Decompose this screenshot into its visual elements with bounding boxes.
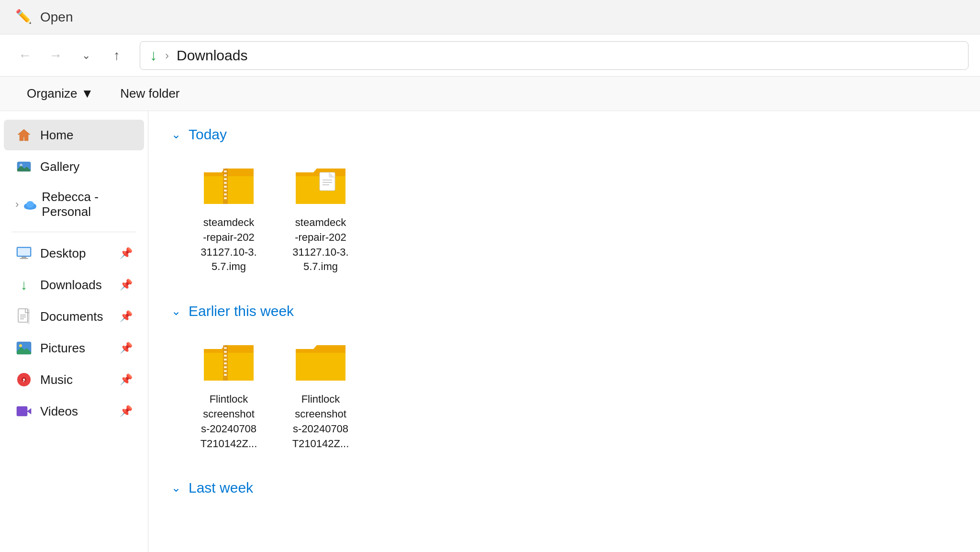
svg-rect-33 <box>224 186 227 188</box>
section-chevron-today: ⌄ <box>171 128 181 141</box>
plain-folder-icon-1 <box>292 338 349 386</box>
pin-icon-pictures: 📌 <box>120 342 133 354</box>
svg-rect-11 <box>27 309 30 324</box>
svg-rect-53 <box>224 366 227 368</box>
section-chevron-earlier: ⌄ <box>171 304 181 318</box>
desktop-icon <box>15 245 33 262</box>
section-header-lastweek[interactable]: ⌄ Last week <box>171 480 957 496</box>
svg-rect-55 <box>224 374 227 376</box>
home-icon <box>15 126 33 144</box>
section-title-lastweek: Last week <box>189 480 253 496</box>
sidebar-divider <box>11 232 136 232</box>
svg-rect-50 <box>224 355 227 357</box>
sidebar-item-videos[interactable]: Videos 📌 <box>4 396 144 427</box>
sidebar-item-music[interactable]: ♪ Music 📌 <box>4 364 144 395</box>
title-bar-text: Open <box>40 10 73 25</box>
address-path: Downloads <box>177 47 247 64</box>
section-title-today: Today <box>189 126 227 143</box>
file-item-steamdeck-folder[interactable]: steamdeck-repair-20231127.10-3.5.7.img <box>282 156 359 280</box>
file-item-flintlock-zip[interactable]: Flintlockscreenshots-20240708T210142Z... <box>190 333 267 457</box>
svg-rect-44 <box>224 351 227 353</box>
sidebar-item-music-label: Music <box>40 372 73 387</box>
dropdown-button[interactable]: ⌄ <box>73 42 100 69</box>
back-button[interactable]: ← <box>11 42 38 69</box>
app-icon: ✏️ <box>15 9 33 26</box>
sidebar-item-gallery-label: Gallery <box>40 159 79 174</box>
svg-rect-7 <box>18 248 30 256</box>
music-icon: ♪ <box>15 371 33 388</box>
pin-icon-desktop: 📌 <box>120 247 133 259</box>
svg-rect-25 <box>224 174 227 176</box>
pin-icon-music: 📌 <box>120 373 133 386</box>
svg-text:♪: ♪ <box>22 376 26 383</box>
organize-dropdown-icon: ▼ <box>81 86 94 101</box>
sidebar-item-pictures-label: Pictures <box>40 341 85 356</box>
downloads-icon: ↓ <box>150 46 157 64</box>
content-area: ⌄ Today <box>148 111 980 552</box>
svg-rect-51 <box>224 359 227 360</box>
videos-icon <box>15 403 33 420</box>
svg-rect-9 <box>20 258 28 259</box>
pictures-icon <box>15 339 33 357</box>
folder-with-file-icon-1 <box>292 162 349 210</box>
cloud-icon <box>22 196 38 213</box>
file-name-steamdeck-zip: steamdeck-repair-20231127.10-3.5.7.img <box>200 215 256 274</box>
svg-marker-22 <box>27 408 31 414</box>
sidebar-item-rebecca-label: Rebecca - Personal <box>42 190 133 219</box>
svg-rect-31 <box>224 178 227 180</box>
sidebar-item-rebecca[interactable]: › Rebecca - Personal <box>4 183 144 226</box>
svg-rect-21 <box>17 406 27 416</box>
svg-rect-32 <box>224 182 227 184</box>
svg-rect-43 <box>224 347 227 349</box>
svg-rect-35 <box>224 193 227 195</box>
sidebar-item-home-label: Home <box>40 128 73 143</box>
earlier-files-grid: Flintlockscreenshots-20240708T210142Z...… <box>171 333 957 457</box>
section-chevron-lastweek: ⌄ <box>171 481 181 495</box>
documents-icon <box>15 308 33 325</box>
svg-rect-10 <box>18 309 28 322</box>
sidebar-item-gallery[interactable]: Gallery <box>4 151 144 182</box>
organize-button[interactable]: Organize ▼ <box>15 81 105 106</box>
file-item-flintlock-folder[interactable]: Flintlockscreenshots-20240708T210142Z... <box>282 333 359 457</box>
zip-folder-icon-2 <box>200 338 257 386</box>
svg-rect-34 <box>224 190 227 192</box>
svg-rect-52 <box>224 362 227 364</box>
section-header-today[interactable]: ⌄ Today <box>171 126 957 143</box>
sidebar-item-pictures[interactable]: Pictures 📌 <box>4 333 144 363</box>
sidebar-item-desktop[interactable]: Desktop 📌 <box>4 238 144 269</box>
file-name-flintlock-folder: Flintlockscreenshots-20240708T210142Z... <box>292 392 349 451</box>
downloads-sidebar-icon: ↓ <box>15 276 33 293</box>
sidebar-item-documents[interactable]: Documents 📌 <box>4 301 144 332</box>
section-title-earlier: Earlier this week <box>189 303 294 319</box>
svg-rect-54 <box>224 370 227 372</box>
section-header-earlier[interactable]: ⌄ Earlier this week <box>171 303 957 319</box>
new-folder-button[interactable]: New folder <box>109 81 191 106</box>
sidebar-item-videos-label: Videos <box>40 404 78 419</box>
sidebar-item-documents-label: Documents <box>40 309 103 324</box>
address-separator: › <box>165 49 169 62</box>
pin-icon-documents: 📌 <box>120 310 133 323</box>
zip-folder-icon-1 <box>200 162 257 210</box>
sidebar-item-downloads[interactable]: ↓ Downloads 📌 <box>4 270 144 300</box>
svg-point-16 <box>19 344 22 347</box>
forward-button[interactable]: → <box>42 42 69 69</box>
new-folder-label: New folder <box>120 86 179 101</box>
file-name-flintlock-zip: Flintlockscreenshots-20240708T210142Z... <box>200 392 257 451</box>
main-layout: Home Gallery › <box>0 111 980 552</box>
svg-rect-24 <box>224 170 227 172</box>
pin-icon-downloads: 📌 <box>120 279 133 291</box>
svg-rect-8 <box>22 257 26 258</box>
gallery-icon <box>15 158 33 175</box>
pin-icon-videos: 📌 <box>120 405 133 417</box>
file-item-steamdeck-zip[interactable]: steamdeck-repair-20231127.10-3.5.7.img <box>190 156 267 280</box>
svg-rect-36 <box>224 197 227 199</box>
organize-label: Organize <box>27 86 78 101</box>
sidebar-item-home[interactable]: Home <box>4 120 144 150</box>
up-button[interactable]: ↑ <box>103 42 130 69</box>
title-bar: ✏️ Open <box>0 0 980 34</box>
sidebar-item-desktop-label: Desktop <box>40 246 86 261</box>
address-bar[interactable]: ↓ › Downloads <box>140 41 969 70</box>
today-files-grid: steamdeck-repair-20231127.10-3.5.7.img <box>171 156 957 280</box>
toolbar: Organize ▼ New folder <box>0 77 980 111</box>
nav-bar: ← → ⌄ ↑ ↓ › Downloads <box>0 34 980 77</box>
